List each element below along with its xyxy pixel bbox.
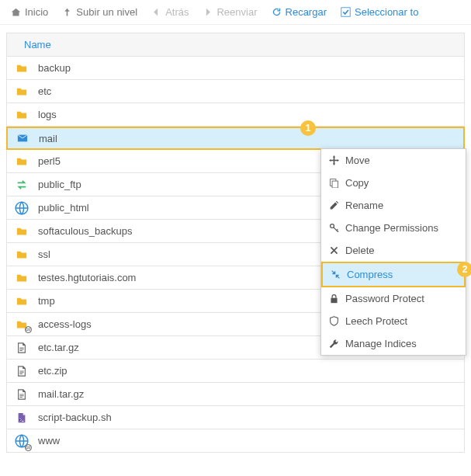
row-icon xyxy=(15,63,29,74)
file-row-mail[interactable]: mail1 xyxy=(6,127,465,150)
menu-delete-label: Delete xyxy=(345,245,375,256)
row-icon xyxy=(15,86,29,97)
row-icon xyxy=(15,412,29,424)
row-label: public_ftp xyxy=(38,179,81,190)
row-icon xyxy=(15,388,29,401)
forward-label: Reenviar xyxy=(216,6,257,18)
row-icon xyxy=(15,365,29,377)
menu-move[interactable]: Move xyxy=(321,149,466,172)
row-icon xyxy=(15,249,29,260)
wrench-icon xyxy=(329,339,339,349)
row-icon xyxy=(15,226,29,237)
file-row-backup[interactable]: backup xyxy=(6,57,465,80)
delete-icon xyxy=(329,245,339,255)
row-icon: ∞ xyxy=(15,434,29,448)
row-icon xyxy=(15,109,29,120)
up-label: Subir un nivel xyxy=(76,6,137,18)
menu-copy[interactable]: Copy xyxy=(321,172,466,194)
svg-rect-7 xyxy=(331,298,337,304)
file-row-etc[interactable]: etc xyxy=(6,80,465,103)
file-row-etc-zip[interactable]: etc.zip xyxy=(6,360,465,383)
menu-password[interactable]: Password Protect xyxy=(321,287,466,310)
back-icon xyxy=(151,7,161,17)
row-label: backup xyxy=(38,62,71,74)
rename-icon xyxy=(329,200,339,210)
up-icon xyxy=(62,7,72,17)
row-icon: ∞ xyxy=(15,319,29,330)
compress-icon xyxy=(331,269,341,280)
file-row-script-backup-sh[interactable]: script-backup.sh xyxy=(6,406,465,429)
shield-icon xyxy=(329,316,339,326)
row-icon xyxy=(16,133,29,144)
reload-button[interactable]: Recargar xyxy=(272,6,327,18)
row-label: etc xyxy=(38,85,51,97)
row-label: etc.zip xyxy=(38,365,68,377)
menu-permissions[interactable]: Change Permissions xyxy=(321,217,466,239)
row-label: ssl xyxy=(38,248,50,260)
menu-indices[interactable]: Manage Indices xyxy=(321,332,466,355)
menu-compress[interactable]: Compress 2 xyxy=(321,262,466,287)
file-row-mail-tar-gz[interactable]: mail.tar.gz xyxy=(6,383,465,406)
reload-label: Recargar xyxy=(286,6,327,18)
menu-delete[interactable]: Delete xyxy=(321,239,466,262)
move-icon xyxy=(329,155,339,165)
badge-1: 1 xyxy=(300,120,316,136)
row-label: access-logs xyxy=(38,318,92,330)
row-label: logs xyxy=(38,109,57,120)
row-label: tmp xyxy=(38,295,55,307)
menu-compress-label: Compress xyxy=(347,269,393,280)
back-label: Atrás xyxy=(165,6,189,18)
menu-leech-label: Leech Protect xyxy=(345,315,407,327)
context-menu: Move Copy Rename Change Permissions Dele… xyxy=(320,148,466,356)
svg-rect-5 xyxy=(332,181,338,188)
row-label: testes.hgtutoriais.com xyxy=(38,272,136,283)
home-button[interactable]: Inicio xyxy=(11,6,48,18)
file-row-www[interactable]: ∞www xyxy=(6,429,465,453)
row-label: mail xyxy=(39,133,57,144)
file-row-logs[interactable]: logs xyxy=(6,103,465,127)
home-label: Inicio xyxy=(25,6,48,18)
row-label: perl5 xyxy=(38,155,61,167)
lock-icon xyxy=(329,294,339,304)
row-label: softaculous_backups xyxy=(38,225,132,237)
row-icon xyxy=(15,156,29,167)
menu-rename-label: Rename xyxy=(345,200,383,211)
menu-leech[interactable]: Leech Protect xyxy=(321,310,466,332)
toolbar: Inicio Subir un nivel Atrás Reenviar Rec… xyxy=(0,0,471,25)
name-column: Name xyxy=(24,39,51,50)
select-all-button[interactable]: Seleccionar to xyxy=(341,6,418,18)
menu-indices-label: Manage Indices xyxy=(345,338,417,349)
svg-rect-0 xyxy=(341,8,350,16)
menu-rename[interactable]: Rename xyxy=(321,194,466,217)
menu-move-label: Move xyxy=(345,155,370,166)
row-label: www xyxy=(38,435,60,446)
menu-password-label: Password Protect xyxy=(345,293,424,304)
key-icon xyxy=(329,223,339,233)
row-label: script-backup.sh xyxy=(38,412,112,423)
row-label: mail.tar.gz xyxy=(38,388,84,400)
forward-button[interactable]: Reenviar xyxy=(203,6,257,18)
back-button[interactable]: Atrás xyxy=(151,6,189,18)
select-all-label: Seleccionar to xyxy=(355,6,418,18)
row-icon xyxy=(15,201,29,215)
row-icon xyxy=(15,296,29,307)
up-button[interactable]: Subir un nivel xyxy=(62,6,137,18)
column-header[interactable]: Name xyxy=(6,33,465,57)
row-label: public_html xyxy=(38,202,89,214)
forward-icon xyxy=(203,7,213,17)
menu-copy-label: Copy xyxy=(345,177,369,189)
badge-2: 2 xyxy=(457,262,471,277)
row-label: etc.tar.gz xyxy=(38,342,79,353)
menu-permissions-label: Change Permissions xyxy=(345,222,438,234)
row-icon xyxy=(15,273,29,283)
home-icon xyxy=(11,7,21,17)
reload-icon xyxy=(272,7,282,17)
row-icon xyxy=(15,179,29,190)
check-icon xyxy=(341,7,351,17)
row-icon xyxy=(15,342,29,354)
copy-icon xyxy=(329,178,339,188)
